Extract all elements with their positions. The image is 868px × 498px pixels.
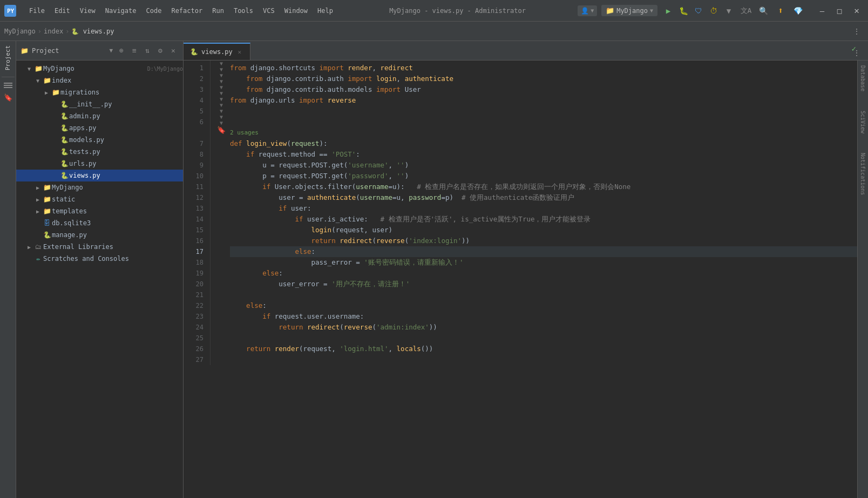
- update-button[interactable]: ⬆: [774, 4, 787, 17]
- line-num-5: 5: [184, 106, 204, 117]
- menu-help[interactable]: Help: [313, 5, 337, 17]
- tree-item-tests[interactable]: 🐍 tests.py: [16, 146, 183, 158]
- tree-item-scratches[interactable]: ✏ Scratches and Consoles: [16, 253, 183, 265]
- code-line-6: [230, 117, 857, 127]
- tree-item-admin[interactable]: 🐍 admin.py: [16, 110, 183, 122]
- code-line-10: p = request.POST.get('password', ''): [230, 171, 857, 181]
- notifications-strip-label[interactable]: Notifications: [859, 149, 867, 199]
- line-num-26: 26: [184, 344, 204, 354]
- sciview-strip-label[interactable]: SciView: [859, 106, 867, 138]
- menu-refactor[interactable]: Refactor: [167, 5, 207, 17]
- file-icon-urls: 🐍: [59, 160, 69, 167]
- menu-run[interactable]: Run: [208, 5, 228, 17]
- breadcrumb-mydjango[interactable]: MyDjango: [4, 28, 36, 35]
- project-header: 📁 Project ▼ ⊕ ≡ ⇅ ⚙ ✕: [16, 41, 183, 60]
- file-icon-views: 🐍: [59, 172, 69, 179]
- sort-button[interactable]: ⇅: [142, 45, 153, 56]
- tree-item-index[interactable]: ▼ 📁 index: [16, 75, 183, 86]
- file-icon-init: 🐍: [59, 100, 69, 108]
- translate-icon[interactable]: 文A: [740, 4, 752, 17]
- code-line-9: u = request.POST.get('username', ''): [230, 160, 857, 171]
- label-manage: manage.py: [52, 231, 183, 239]
- bookmark-button[interactable]: 🔖: [2, 91, 15, 104]
- folder-icon-templates: 📁: [42, 207, 52, 215]
- menu-tools[interactable]: Tools: [229, 5, 257, 17]
- toolbar-right: ⋮: [850, 24, 864, 38]
- folder-icon-static: 📁: [42, 196, 52, 203]
- tab-views-py[interactable]: 🐍 views.py ✕: [184, 43, 250, 60]
- menu-code[interactable]: Code: [142, 5, 166, 17]
- more-run-button[interactable]: ▼: [722, 4, 735, 17]
- line-num-16: 16: [184, 235, 204, 246]
- folder-icon-mydjango: 📁: [33, 65, 43, 72]
- code-line-15: login(request, user): [230, 225, 857, 235]
- tree-item-ext-libraries[interactable]: ▶ 🗂 External Libraries: [16, 241, 183, 253]
- arrow-index: ▼: [33, 78, 42, 84]
- title-bar-right: 👤 ▼ 📁 MyDjango ▼ ▶ 🐛 🛡 ⏱ ▼ 文A 🔍 ⬆ 💎 — □ …: [578, 4, 864, 18]
- tab-close-button[interactable]: ✕: [236, 48, 243, 56]
- code-line-4: from django.urls import reverse: [230, 95, 857, 106]
- collapse-all-button[interactable]: ≡: [129, 45, 140, 56]
- search-everywhere-button[interactable]: 🔍: [757, 4, 770, 17]
- tree-item-manage[interactable]: 🐍 manage.py: [16, 229, 183, 241]
- usages-label: 2 usages: [230, 127, 259, 138]
- label-urls: urls.py: [69, 160, 183, 167]
- tab-file-icon: 🐍: [190, 48, 198, 56]
- close-panel-button[interactable]: ✕: [168, 45, 179, 56]
- debug-button[interactable]: 🐛: [677, 4, 690, 17]
- tree-item-migrations[interactable]: ▶ 📁 migrations: [16, 86, 183, 98]
- project-dropdown[interactable]: ▼: [109, 47, 113, 54]
- extra-icon[interactable]: 💎: [791, 4, 804, 17]
- code-area[interactable]: from django.shortcuts import render, red…: [223, 60, 857, 498]
- label-mydjango-root: MyDjango: [43, 65, 145, 72]
- coverage-button[interactable]: 🛡: [692, 4, 705, 17]
- tree-item-db[interactable]: 🗄 db.sqlite3: [16, 217, 183, 229]
- tree-item-mydjango-root[interactable]: ▼ 📁 MyDjango D:\MyDjango: [16, 63, 183, 75]
- mydjango-config-button[interactable]: 📁 MyDjango ▼: [601, 5, 657, 16]
- run-button[interactable]: ▶: [662, 4, 675, 17]
- code-usages: 2 usages: [230, 127, 857, 138]
- tree-item-mydjango-inner[interactable]: ▶ 📁 MyDjango: [16, 181, 183, 193]
- menu-window[interactable]: Window: [280, 5, 312, 17]
- label-mydjango-inner: MyDjango: [52, 184, 183, 191]
- breadcrumb-views[interactable]: 🐍 views.py: [71, 28, 114, 35]
- file-icon-models: 🐍: [59, 136, 69, 144]
- line-num-22: 22: [184, 300, 204, 311]
- code-line-17: else:: [230, 246, 857, 257]
- label-tests: tests.py: [69, 148, 183, 156]
- minimize-button[interactable]: —: [815, 4, 829, 18]
- tree-item-models[interactable]: 🐍 models.py: [16, 134, 183, 146]
- profile-button[interactable]: 👤 ▼: [578, 5, 597, 16]
- tree-item-templates[interactable]: ▶ 📁 templates: [16, 205, 183, 217]
- label-scratches: Scratches and Consoles: [43, 255, 183, 263]
- maximize-button[interactable]: □: [832, 4, 846, 18]
- tree-item-static[interactable]: ▶ 📁 static: [16, 193, 183, 205]
- menu-file[interactable]: File: [25, 5, 49, 17]
- tree-item-apps[interactable]: 🐍 apps.py: [16, 122, 183, 134]
- menu-edit[interactable]: Edit: [50, 5, 74, 17]
- line-num-7: 7: [184, 138, 204, 149]
- menu-view[interactable]: View: [76, 5, 100, 17]
- structure-button[interactable]: [2, 79, 15, 91]
- code-line-3: from django.contrib.auth.models import U…: [230, 84, 857, 95]
- more-options-button[interactable]: ⋮: [850, 24, 864, 38]
- project-panel: 📁 Project ▼ ⊕ ≡ ⇅ ⚙ ✕ ▼ 📁 MyDjango D:\My…: [16, 41, 184, 498]
- close-button[interactable]: ✕: [850, 4, 864, 18]
- menu-navigate[interactable]: Navigate: [101, 5, 141, 17]
- arrow-ext-libraries: ▶: [25, 244, 33, 250]
- tree-item-init[interactable]: 🐍 __init__.py: [16, 98, 183, 110]
- tree-item-urls[interactable]: 🐍 urls.py: [16, 158, 183, 170]
- database-strip-label[interactable]: Database: [859, 61, 867, 96]
- breadcrumb-index[interactable]: index: [44, 28, 63, 35]
- locate-file-button[interactable]: ⊕: [116, 45, 127, 56]
- arrow-migrations: ▶: [42, 90, 51, 96]
- line-num-24: 24: [184, 322, 204, 333]
- menu-vcs[interactable]: VCS: [259, 5, 279, 17]
- project-settings-button[interactable]: ⚙: [155, 45, 166, 56]
- profile-run-button[interactable]: ⏱: [707, 4, 720, 17]
- tree-item-views[interactable]: 🐍 views.py: [16, 170, 183, 181]
- line-num-1: 1: [184, 63, 204, 73]
- title-bar: PY File Edit View Navigate Code Refactor…: [0, 0, 868, 22]
- line-num-19: 19: [184, 268, 204, 279]
- project-strip-label[interactable]: Project: [2, 41, 13, 75]
